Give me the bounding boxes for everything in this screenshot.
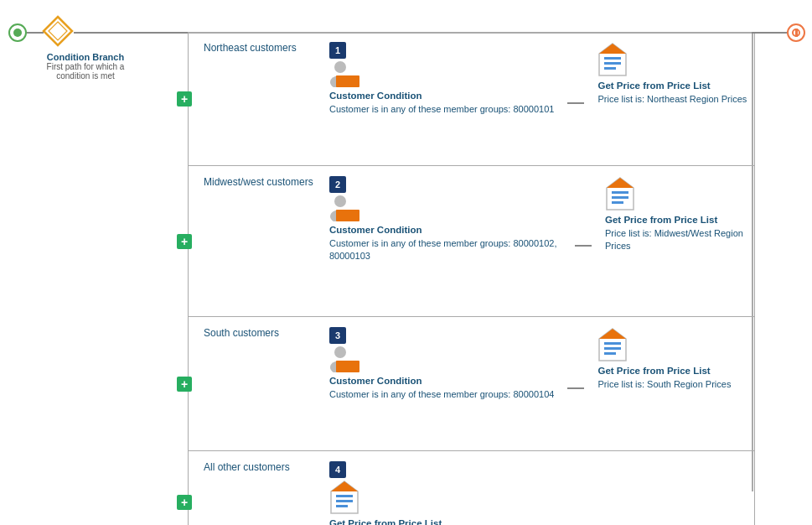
pricelist-icon <box>597 42 628 77</box>
svg-point-10 <box>334 195 346 207</box>
row-1-connector <box>567 102 584 104</box>
condition-bar-icon-2 <box>336 210 359 221</box>
branch-rows-container: + Northeast customers 1 <box>188 32 755 525</box>
row-2-connector <box>575 245 592 247</box>
row-4-price-node[interactable]: 4 Get Price from Price List Price list i… <box>329 461 442 525</box>
svg-marker-0 <box>44 17 72 45</box>
condition-branch-title: Condition Branch <box>35 52 136 62</box>
svg-rect-8 <box>604 67 616 70</box>
row-3-price-desc: Price list is: South Region Prices <box>597 378 731 391</box>
row-1-badge: 1 <box>329 42 346 59</box>
row-4-price-icon <box>329 480 359 515</box>
row-3-badge: 3 <box>329 327 346 344</box>
condition-bar-icon-3 <box>336 361 359 372</box>
row-2-condition-title: Customer Condition <box>329 225 422 235</box>
branch-row-3: + South customers 3 Cus <box>189 317 754 451</box>
row-4-price-title: Get Price from Price List <box>329 518 442 525</box>
row-1-nodes: 1 Customer Condition Customer is in <box>323 32 754 165</box>
svg-rect-15 <box>612 196 628 199</box>
row-4-label: All other customers <box>189 451 323 525</box>
workflow-canvas: Condition Branch First path for which a … <box>0 0 812 525</box>
svg-rect-6 <box>604 57 621 60</box>
row-3-condition-title: Customer Condition <box>329 376 422 386</box>
row-1-condition-desc: Customer is in any of these member group… <box>329 103 554 116</box>
add-branch-3-button[interactable]: + <box>177 377 192 392</box>
row-3-connector <box>567 387 584 389</box>
row-1-node-icon <box>329 60 359 87</box>
svg-rect-20 <box>336 361 359 372</box>
start-node[interactable] <box>8 23 27 42</box>
row-2-price-desc: Price list is: Midwest/West Region Price… <box>605 227 747 253</box>
svg-rect-23 <box>604 347 621 350</box>
row-2-badge: 2 <box>329 176 346 193</box>
svg-marker-30 <box>331 481 358 491</box>
branch-row-2: + Midwest/west customers 2 <box>189 166 754 317</box>
branch-row-4: + All other customers 4 <box>189 451 754 525</box>
row-1-price-title: Get Price from Price List <box>597 81 710 91</box>
row-3-node-icon <box>329 346 359 372</box>
row-3-condition-node[interactable]: 3 Customer Condition Customer is in any … <box>329 327 554 401</box>
row-2-label: Midwest/west customers <box>189 166 323 316</box>
svg-rect-22 <box>604 342 621 345</box>
row-3-label: South customers <box>189 317 323 450</box>
row-4-badge: 4 <box>329 461 346 478</box>
row-1-label: Northeast customers <box>189 32 323 165</box>
row-2-node-icon <box>329 195 359 221</box>
right-border-line <box>752 32 753 491</box>
row-3-price-title: Get Price from Price List <box>597 366 710 376</box>
svg-marker-17 <box>607 178 634 188</box>
svg-rect-4 <box>336 75 359 87</box>
row-2-condition-desc: Customer is in any of these member group… <box>329 237 561 263</box>
row-2-price-node[interactable]: Get Price from Price List Price list is:… <box>605 176 747 253</box>
row-1-price-node[interactable]: Get Price from Price List Price list is:… <box>597 42 747 106</box>
row-1-price-desc: Price list is: Northeast Region Prices <box>597 93 747 106</box>
end-bar <box>795 29 798 37</box>
condition-bar-icon <box>336 75 359 87</box>
svg-rect-7 <box>604 62 621 65</box>
pricelist-icon-4 <box>329 480 359 515</box>
row-1-condition-node[interactable]: 1 Customer Condition Customer is in <box>329 42 554 116</box>
svg-rect-12 <box>336 210 359 221</box>
row-2-nodes: 2 Customer Condition Customer is in any … <box>323 166 754 316</box>
row-4-nodes: 4 Get Price from Price List Price list i… <box>323 451 754 525</box>
row-2-price-title: Get Price from Price List <box>605 215 717 225</box>
row-3-condition-desc: Customer is in any of these member group… <box>329 388 554 401</box>
row-2-condition-node[interactable]: 2 Customer Condition Customer is in any … <box>329 176 561 263</box>
svg-rect-16 <box>612 201 623 204</box>
row-3-nodes: 3 Customer Condition Customer is in any … <box>323 317 754 450</box>
pricelist-icon-2 <box>605 176 635 211</box>
end-inner <box>792 29 800 37</box>
svg-point-18 <box>334 346 346 358</box>
start-to-diamond-line <box>27 32 44 34</box>
condition-branch-label: Condition Branch First path for which a … <box>35 52 136 81</box>
condition-branch-node[interactable] <box>42 15 74 47</box>
svg-rect-27 <box>336 495 353 497</box>
branch-row-1: + Northeast customers 1 <box>189 32 754 166</box>
right-to-end-line <box>752 32 787 34</box>
start-inner <box>13 29 22 37</box>
add-branch-1-button[interactable]: + <box>177 91 192 107</box>
add-branch-2-button[interactable]: + <box>177 234 192 249</box>
add-branch-4-button[interactable]: + <box>177 495 192 510</box>
row-2-price-icon <box>605 176 635 211</box>
row-1-price-icon <box>597 42 628 77</box>
svg-rect-28 <box>336 500 353 502</box>
row-3-price-node[interactable]: Get Price from Price List Price list is:… <box>597 327 731 391</box>
svg-rect-29 <box>336 505 348 507</box>
svg-point-2 <box>334 61 346 73</box>
svg-marker-9 <box>599 44 626 54</box>
diamond-to-rows-line <box>74 32 188 34</box>
svg-marker-25 <box>599 329 626 339</box>
svg-rect-14 <box>612 191 628 194</box>
row-1-condition-title: Customer Condition <box>329 91 422 101</box>
pricelist-icon-3 <box>597 327 628 362</box>
row-3-price-icon <box>597 327 628 362</box>
svg-rect-24 <box>604 352 616 355</box>
end-node[interactable] <box>787 23 805 42</box>
condition-branch-subtitle: First path for which a condition is met <box>35 62 136 81</box>
